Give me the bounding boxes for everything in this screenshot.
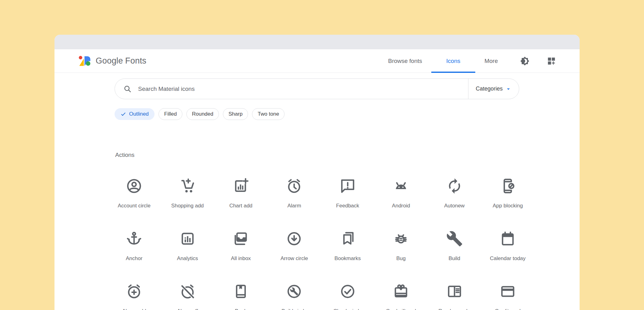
icon-tile-label: Calendar today [490, 255, 525, 262]
header-action-icons [520, 56, 556, 66]
nav-tab-browse-fonts[interactable]: Browse fonts [388, 49, 422, 73]
icon-tile-label: Bug [396, 255, 406, 262]
browser-window: GoogleFonts Browse fontsIconsMore Catego… [54, 35, 580, 310]
icon-tile-feedback[interactable]: Feedback [321, 177, 374, 230]
categories-label: Categories [476, 86, 503, 92]
filter-chip-label: Rounded [192, 111, 213, 117]
filter-chip-label: Outlined [129, 111, 149, 117]
icon-tile-calendar-today[interactable]: Calendar today [481, 230, 534, 283]
main-nav: Browse fontsIconsMore [388, 49, 498, 73]
icon-tile-label: Alarm add [122, 308, 146, 310]
arrow-circle-icon [285, 230, 303, 247]
anchor-icon [125, 230, 143, 247]
brand-title: GoogleFonts [96, 56, 146, 66]
filter-chip-label: Two tone [258, 111, 279, 117]
icon-tile-label: Android [392, 203, 410, 209]
icon-tile-build[interactable]: Build [428, 230, 481, 283]
search-icon [123, 85, 132, 93]
filter-chip-filled[interactable]: Filled [159, 108, 182, 120]
icon-tile-label: Credit card [495, 308, 520, 310]
filter-chip-rounded[interactable]: Rounded [186, 108, 219, 120]
icon-tile-chart-add[interactable]: Chart add [214, 177, 268, 230]
icon-tile-alarm-off[interactable]: Alarm off [161, 283, 214, 310]
filter-chip-label: Filled [164, 111, 177, 117]
icon-tile-label: Bookmarks [334, 255, 361, 262]
categories-dropdown[interactable]: Categories [468, 79, 519, 99]
icon-tile-card-giftcard[interactable]: Card giftcard [374, 283, 428, 310]
check-icon [120, 111, 126, 117]
chevron-down-icon [505, 86, 512, 92]
icon-tile-label: Arrow circle [281, 255, 308, 262]
nav-tab-more[interactable]: More [485, 49, 498, 73]
icon-tile-account-circle[interactable]: Account circle [107, 177, 161, 230]
icon-tile-analytics[interactable]: Analytics [161, 230, 214, 283]
search-bar: Categories [115, 78, 519, 99]
autonew-icon [446, 177, 463, 195]
icon-tile-label: Anchor [126, 255, 142, 262]
check-circle-icon [339, 283, 356, 300]
icon-tile-label: All inbox [231, 255, 251, 262]
filter-chip-outlined[interactable]: Outlined [115, 108, 154, 120]
icon-tile-check-circle[interactable]: Check circle [321, 283, 374, 310]
icon-tile-all-inbox[interactable]: All inbox [214, 230, 268, 283]
icon-tile-autonew[interactable]: Autonew [428, 177, 481, 230]
calendar-today-icon [499, 230, 516, 247]
icon-tile-label: Reader mode [438, 308, 470, 310]
reader-mode-icon [446, 283, 463, 300]
icon-tile-label: Account circle [118, 203, 150, 209]
google-fonts-logo[interactable]: GoogleFonts [79, 55, 146, 67]
icon-tile-label: Build circle [281, 308, 307, 310]
all-inbox-icon [232, 230, 250, 247]
icon-tile-shopping-add[interactable]: Shopping add [161, 177, 214, 230]
nav-tab-icons[interactable]: Icons [446, 49, 460, 73]
alarm-add-icon [125, 283, 143, 300]
window-titlebar[interactable] [54, 35, 580, 49]
icon-tile-label: Check circle [333, 308, 362, 310]
android-icon [392, 177, 410, 195]
alarm-icon [285, 177, 303, 195]
icon-tile-bookmarks[interactable]: Bookmarks [321, 230, 374, 283]
analytics-icon [179, 230, 196, 247]
icon-tile-credit-card[interactable]: Credit card [481, 283, 534, 310]
icon-tile-alarm-add[interactable]: Alarm add [107, 283, 161, 310]
icon-tile-label: Shopping add [171, 203, 204, 209]
book-icon [232, 283, 250, 300]
icon-tile-android[interactable]: Android [374, 177, 428, 230]
icon-tile-reader-mode[interactable]: Reader mode [428, 283, 481, 310]
icon-tile-anchor[interactable]: Anchor [107, 230, 161, 283]
bookmarks-icon [339, 230, 356, 247]
section-title: Actions [115, 152, 134, 158]
icon-tile-label: Book [235, 308, 247, 310]
bug-icon [392, 230, 410, 247]
app-blocking-icon [499, 177, 516, 195]
style-filter-chips: OutlinedFilledRoundedSharpTwo tone [115, 108, 285, 120]
desktop-background: GoogleFonts Browse fontsIconsMore Catego… [0, 0, 644, 310]
icon-tile-label: Autonew [444, 203, 464, 209]
icon-tile-arrow-circle[interactable]: Arrow circle [268, 230, 321, 283]
card-giftcard-icon [392, 283, 410, 300]
icon-tile-app-blocking[interactable]: App blocking [481, 177, 534, 230]
filter-chip-sharp[interactable]: Sharp [223, 108, 248, 120]
alarm-off-icon [179, 283, 196, 300]
material-icon-grid: Account circleShopping addChart addAlarm… [107, 177, 534, 310]
icon-tile-alarm[interactable]: Alarm [268, 177, 321, 230]
filter-chip-label: Sharp [228, 111, 242, 117]
icon-tile-label: Chart add [229, 203, 253, 209]
chart-add-icon [232, 177, 250, 195]
icon-tile-build-circle[interactable]: Build circle [268, 283, 321, 310]
search-input[interactable] [138, 83, 519, 95]
build-circle-icon [285, 283, 303, 300]
filter-chip-two-tone[interactable]: Two tone [252, 108, 285, 120]
icon-tile-label: Build [449, 255, 460, 262]
google-fonts-logo-icon [79, 55, 91, 67]
icon-tile-book[interactable]: Book [214, 283, 268, 310]
dark-mode-toggle-icon[interactable] [520, 56, 529, 66]
icon-tile-label: App blocking [493, 203, 523, 209]
apps-grid-icon[interactable] [547, 56, 556, 66]
icon-tile-label: Analytics [177, 255, 198, 262]
icon-tile-bug[interactable]: Bug [374, 230, 428, 283]
icon-tile-label: Alarm [287, 203, 301, 209]
site-header: GoogleFonts Browse fontsIconsMore [54, 49, 580, 73]
icon-tile-label: Alarm off [177, 308, 198, 310]
icon-tile-label: Card giftcard [386, 308, 416, 310]
